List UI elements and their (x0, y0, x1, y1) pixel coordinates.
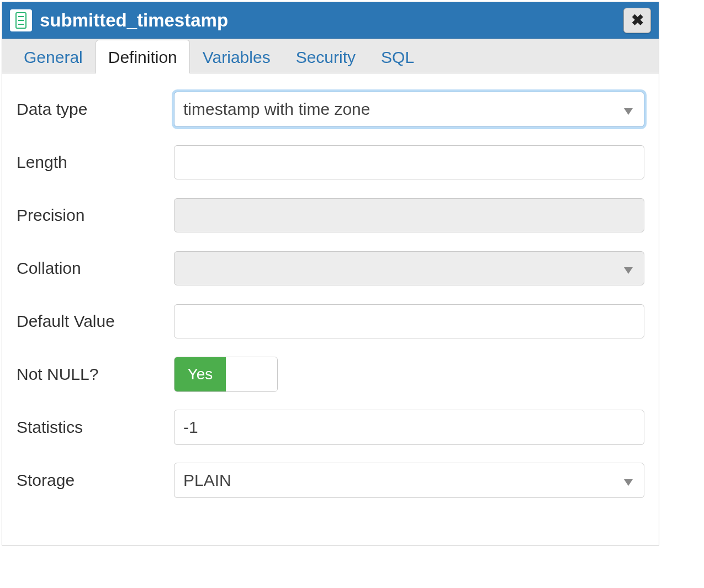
svg-marker-6 (624, 479, 633, 486)
chevron-down-icon (624, 100, 633, 119)
row-collation: Collation (17, 247, 644, 290)
not-null-toggle[interactable]: Yes (174, 357, 278, 392)
label-collation: Collation (17, 259, 174, 278)
tab-security[interactable]: Security (283, 40, 368, 73)
chevron-down-icon (624, 471, 633, 490)
row-storage: Storage PLAIN (17, 459, 644, 502)
default-value-input[interactable] (174, 304, 644, 338)
label-length: Length (17, 153, 174, 172)
svg-marker-4 (624, 108, 633, 115)
close-button[interactable]: ✖ (623, 8, 651, 33)
storage-select[interactable]: PLAIN (174, 463, 644, 498)
column-icon (10, 9, 32, 31)
label-statistics: Statistics (17, 418, 174, 437)
definition-form: Data type timestamp with time zone Lengt… (2, 73, 659, 545)
row-precision: Precision (17, 194, 644, 237)
row-default-value: Default Value (17, 300, 644, 343)
data-type-value: timestamp with time zone (183, 100, 370, 119)
toggle-off (226, 357, 277, 391)
statistics-input[interactable]: -1 (174, 410, 644, 445)
chevron-down-icon (624, 259, 633, 278)
close-icon: ✖ (631, 13, 644, 28)
collation-select (174, 251, 644, 285)
label-default-value: Default Value (17, 312, 174, 331)
tab-sql[interactable]: SQL (368, 40, 427, 73)
tab-variables[interactable]: Variables (190, 40, 283, 73)
tab-definition[interactable]: Definition (96, 40, 190, 73)
titlebar: submitted_timestamp ✖ (2, 2, 659, 39)
label-data-type: Data type (17, 100, 174, 119)
svg-marker-5 (624, 267, 633, 274)
tab-general[interactable]: General (11, 40, 96, 73)
data-type-select[interactable]: timestamp with time zone (174, 92, 644, 127)
label-not-null: Not NULL? (17, 365, 174, 384)
toggle-on: Yes (174, 357, 226, 391)
tabs-container: General Definition Variables Security SQ… (2, 39, 659, 545)
storage-value: PLAIN (183, 471, 231, 490)
dialog-title: submitted_timestamp (40, 10, 616, 31)
length-input[interactable] (174, 145, 644, 179)
statistics-value: -1 (183, 418, 198, 437)
label-storage: Storage (17, 471, 174, 490)
row-data-type: Data type timestamp with time zone (17, 88, 644, 131)
row-length: Length (17, 141, 644, 184)
precision-input (174, 198, 644, 232)
tabs: General Definition Variables Security SQ… (2, 39, 659, 73)
label-precision: Precision (17, 206, 174, 225)
column-properties-dialog: submitted_timestamp ✖ General Definition… (2, 2, 659, 545)
row-statistics: Statistics -1 (17, 406, 644, 449)
row-not-null: Not NULL? Yes (17, 353, 644, 396)
